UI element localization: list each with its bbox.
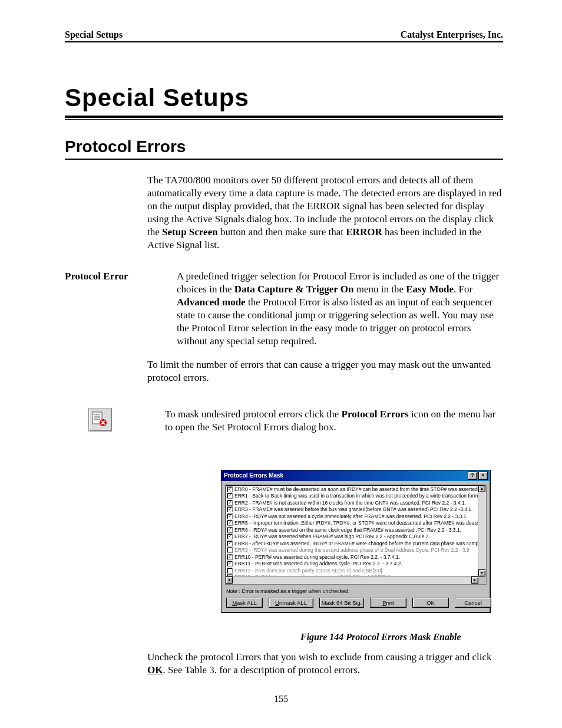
error-text: ERR2 - FRAME# is not asserted within 16 …: [234, 500, 466, 507]
scroll-right-icon[interactable]: ►: [471, 577, 478, 584]
error-list[interactable]: ✓ERR0 - FRAME# must be de-asserted as so…: [225, 485, 487, 585]
error-checkbox[interactable]: [227, 568, 233, 574]
protocol-error-paragraph: A predefined trigger selection for Proto…: [177, 270, 503, 348]
close-icon[interactable]: ×: [478, 472, 488, 480]
scroll-up-icon[interactable]: ▲: [478, 485, 485, 492]
text-bold-underline: OK: [147, 664, 163, 676]
text: . See Table 3. for a description of prot…: [163, 664, 360, 676]
side-label-protocol-error: Protocol Error: [65, 270, 177, 348]
error-text: ERR5 - Improper termination .Either IRDY…: [234, 520, 487, 527]
scroll-corner: [478, 577, 486, 584]
vertical-scrollbar[interactable]: ▲ ▼: [478, 485, 486, 577]
error-row[interactable]: ERR12 - PAR does not match parity across…: [227, 568, 478, 575]
scroll-left-icon[interactable]: ◄: [226, 577, 233, 584]
header-right: Catalyst Enterprises, Inc.: [401, 29, 503, 40]
section-title: Protocol Errors: [65, 137, 503, 156]
text: To mask undesired protocol errors click …: [165, 409, 342, 420]
dialog-title: Protocol Errors Mask: [224, 472, 283, 479]
text-bold: Data Capture & Trigger On: [234, 284, 354, 295]
figure-caption: Figure 144 Protocol Errors Mask Enable: [300, 632, 503, 643]
text-bold: Setup Screen: [162, 226, 218, 238]
error-checkbox[interactable]: ✓: [227, 506, 233, 512]
dialog-note: Note : Error is masked as a trigger when…: [222, 586, 490, 594]
error-checkbox[interactable]: ✓: [227, 527, 233, 533]
text: Uncheck the protocol Errors that you wis…: [147, 651, 491, 663]
error-text: ERR10 - PERR# was asserted during specia…: [234, 554, 400, 561]
text-bold: Easy Mode: [406, 284, 454, 295]
error-text: ERR3 - FRAME# was asserted before the bu…: [234, 506, 472, 513]
error-text: ERR0 - FRAME# must be de-asserted as soo…: [234, 486, 487, 493]
error-text: ERR12 - PAR does not match parity across…: [234, 568, 382, 575]
error-row[interactable]: ✓ERR7 - IRDY# was asserted when FRAME# w…: [227, 533, 478, 541]
mask-all-button[interactable]: Mask ALL: [226, 598, 263, 608]
error-text: ERR6 - IRDY# was asserted on the same cl…: [234, 527, 461, 534]
cancel-button[interactable]: Cancel: [455, 598, 491, 608]
error-checkbox[interactable]: ✓: [227, 493, 233, 499]
dialog-titlebar: Protocol Errors Mask ? ×: [222, 470, 490, 481]
protocol-errors-icon[interactable]: [88, 408, 112, 431]
error-row[interactable]: ✓ERR2 - FRAME# is not asserted within 16…: [227, 500, 478, 507]
error-row[interactable]: ✓ERR6 - IRDY# was asserted on the same c…: [227, 527, 478, 534]
error-checkbox[interactable]: ✓: [227, 561, 233, 566]
error-row[interactable]: ✓ERR5 - Improper termination .Either IRD…: [227, 520, 478, 527]
error-text: ERR1 - Back-to-Back timing was used in a…: [234, 493, 487, 500]
error-text: ERR11 - PERR# was asserted during addres…: [234, 561, 402, 568]
header-left: Special Setups: [65, 29, 123, 40]
error-text: ERR8 - After IRDY# was asserted, IRDY# o…: [234, 541, 487, 548]
error-row[interactable]: ✓ERR11 - PERR# was asserted during addre…: [227, 561, 478, 568]
error-checkbox[interactable]: ✓: [227, 486, 233, 492]
error-text: ERR9 - IRDY# was asserted during the sec…: [234, 547, 470, 554]
error-row[interactable]: ✓ERR4 - IRDY# was not asserted a cycle i…: [227, 513, 478, 521]
print-button[interactable]: Print: [370, 598, 406, 608]
error-checkbox[interactable]: ✓: [227, 554, 233, 560]
error-row[interactable]: ✓ERR10 - PERR# was asserted during speci…: [227, 554, 478, 561]
error-checkbox[interactable]: ✓: [227, 500, 233, 506]
text: button and then make sure that: [218, 226, 346, 238]
title-rule: [65, 116, 503, 120]
error-row[interactable]: ERR9 - IRDY# was asserted during the sec…: [227, 547, 478, 554]
scroll-down-icon[interactable]: ▼: [478, 569, 485, 577]
ok-button[interactable]: OK: [412, 598, 449, 608]
intro-paragraph: The TA700/800 monitors over 50 different…: [147, 174, 503, 252]
error-checkbox[interactable]: ✓: [227, 513, 233, 519]
mask-64bit-button[interactable]: Mask 64 Bit Sig.: [319, 598, 364, 608]
text: menu in the: [353, 284, 406, 295]
text-bold: Protocol Errors: [342, 409, 409, 420]
uncheck-paragraph: Uncheck the protocol Errors that you wis…: [147, 651, 503, 677]
error-text: ERR7 - IRDY# was asserted when FRAME# wa…: [234, 533, 430, 541]
error-row[interactable]: ✓ERR0 - FRAME# must be de-asserted as so…: [227, 486, 478, 493]
error-row[interactable]: ✓ERR8 - After IRDY# was asserted, IRDY# …: [227, 541, 478, 548]
error-checkbox[interactable]: [227, 547, 233, 553]
section-rule: [65, 159, 503, 160]
protocol-errors-mask-dialog: Protocol Errors Mask ? × ✓ERR0 - FRAME# …: [221, 470, 491, 613]
main-title: Special Setups: [65, 84, 503, 112]
page-number: 155: [0, 694, 562, 704]
horizontal-scrollbar[interactable]: ◄ ►: [226, 576, 478, 584]
help-icon[interactable]: ?: [468, 472, 477, 480]
text-bold: ERROR: [346, 226, 382, 238]
error-row[interactable]: ✓ERR1 - Back-to-Back timing was used in …: [227, 493, 478, 500]
error-row[interactable]: ✓ERR3 - FRAME# was asserted before the b…: [227, 506, 478, 513]
unmask-all-button[interactable]: Unmask ALL: [269, 598, 313, 608]
error-checkbox[interactable]: ✓: [227, 533, 233, 539]
limit-paragraph: To limit the number of errors that can c…: [147, 358, 503, 384]
mask-paragraph: To mask undesired protocol errors click …: [165, 408, 503, 434]
text: . For: [454, 284, 472, 295]
text-bold: Advanced mode: [177, 297, 246, 308]
error-checkbox[interactable]: ✓: [227, 541, 233, 546]
error-text: ERR4 - IRDY# was not asserted a cycle im…: [234, 513, 468, 521]
error-checkbox[interactable]: ✓: [227, 520, 233, 526]
